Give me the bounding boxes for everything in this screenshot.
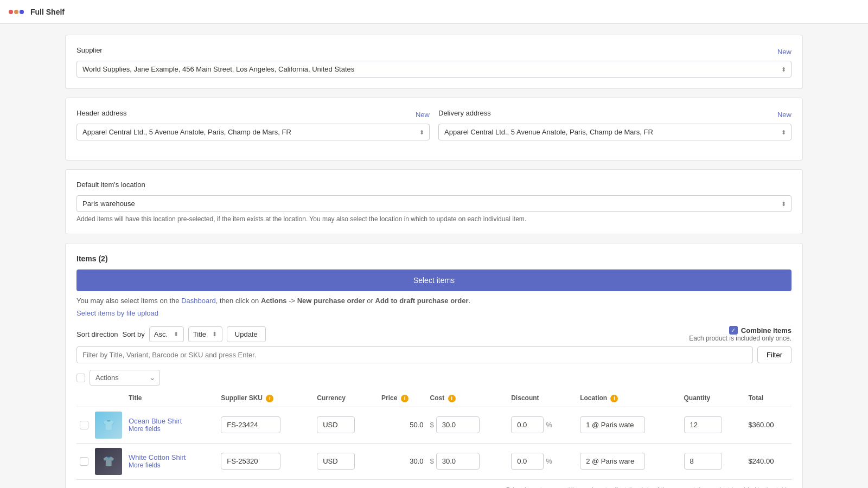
row-cost-cell: $	[427, 443, 508, 479]
logo-dot-1	[9, 10, 13, 14]
delivery-address-select[interactable]: Apparel Central Ltd., 5 Avenue Anatole, …	[438, 124, 792, 140]
cost-input[interactable]	[436, 453, 480, 470]
delivery-address-select-wrapper: Apparel Central Ltd., 5 Avenue Anatole, …	[438, 124, 792, 140]
row-total-cell: $240.00	[745, 443, 792, 479]
supplier-sku-input[interactable]	[221, 453, 280, 470]
col-discount: Discount	[508, 390, 577, 407]
pct-suffix: %	[546, 457, 552, 465]
col-currency: Currency	[314, 390, 378, 407]
row-price-cell: 50.0	[378, 407, 426, 443]
sort-direction-label: Sort direction	[76, 330, 118, 338]
quantity-input[interactable]	[684, 416, 722, 433]
location-info-icon: i	[610, 395, 618, 402]
delivery-address-new-link[interactable]: New	[777, 111, 792, 119]
supplier-select[interactable]: World Supplies, Jane Example, 456 Main S…	[76, 61, 792, 78]
table-header: Title Supplier SKU i Currency Price i Co	[76, 390, 792, 407]
total-amount: $360.00	[748, 421, 774, 429]
location-label: Default item's location	[76, 181, 145, 189]
table-row: 👕 Ocean Blue Shirt More fields 50.0 $ %	[76, 407, 792, 443]
supplier-sku-input[interactable]	[221, 416, 280, 433]
dashboard-link[interactable]: Dashboard	[181, 297, 216, 305]
combine-checkbox[interactable]	[729, 326, 738, 335]
header-address-label: Header address	[76, 109, 127, 117]
cost-input[interactable]	[436, 416, 480, 433]
sort-direction-select[interactable]: Asc.	[149, 326, 184, 342]
logo-icon	[9, 10, 24, 14]
actions-row: Actions	[76, 370, 792, 386]
more-fields-link[interactable]: More fields	[129, 425, 214, 433]
file-upload-link[interactable]: Select items by file upload	[76, 309, 158, 317]
product-name[interactable]: White Cotton Shirt	[129, 453, 214, 461]
row-sku-cell	[218, 407, 314, 443]
info-text-3: ->	[287, 297, 297, 305]
sort-by-label: Sort by	[123, 330, 145, 338]
filter-button[interactable]: Filter	[757, 346, 792, 363]
header-address-select[interactable]: Apparel Central Ltd., 5 Avenue Anatole, …	[76, 124, 430, 140]
location-input[interactable]	[580, 453, 645, 470]
row-checkbox-cell	[76, 407, 92, 443]
supplier-label: Supplier	[76, 46, 103, 54]
col-price: Price i	[378, 390, 426, 407]
row-cost-cell: $	[427, 407, 508, 443]
more-fields-link[interactable]: More fields	[129, 461, 214, 469]
col-quantity: Quantity	[681, 390, 745, 407]
select-all-checkbox[interactable]	[76, 374, 85, 382]
address-section: Header address New Apparel Central Ltd.,…	[65, 98, 803, 160]
price-value: 50.0	[410, 421, 423, 429]
discount-cell: %	[511, 453, 573, 470]
combine-label: Combine items	[741, 326, 792, 335]
location-select-wrapper: Paris warehouse	[76, 195, 792, 212]
product-name[interactable]: Ocean Blue Shirt	[129, 417, 214, 425]
col-total: Total	[745, 390, 792, 407]
header-address-new-link[interactable]: New	[416, 111, 430, 119]
info-bold-2: New purchase order	[297, 297, 365, 305]
info-bold-1: Actions	[261, 297, 287, 305]
col-title: Title	[125, 390, 218, 407]
table-footnote: Price, inventory quantities and cost ref…	[76, 486, 792, 489]
row-quantity-cell	[681, 407, 745, 443]
info-text-2: , then click on	[216, 297, 261, 305]
row-discount-cell: %	[508, 407, 577, 443]
items-section: Items (2) Select items You may also sele…	[65, 243, 803, 488]
discount-input[interactable]	[511, 416, 544, 433]
price-value: 30.0	[410, 457, 423, 465]
combine-col: Combine items Each product is included o…	[689, 326, 792, 342]
row-name-cell: White Cotton Shirt More fields	[125, 443, 218, 479]
row-checkbox[interactable]	[80, 457, 88, 466]
row-discount-cell: %	[508, 443, 577, 479]
location-input[interactable]	[580, 416, 645, 433]
select-items-button[interactable]: Select items	[76, 269, 792, 291]
quantity-input[interactable]	[684, 453, 722, 470]
supplier-select-wrapper: World Supplies, Jane Example, 456 Main S…	[76, 61, 792, 78]
row-checkbox-cell	[76, 443, 92, 479]
row-checkbox[interactable]	[80, 421, 88, 429]
cost-info-icon: i	[448, 395, 456, 402]
page-title: Full Shelf	[30, 8, 65, 16]
currency-input[interactable]	[317, 453, 355, 470]
logo: Full Shelf	[9, 8, 65, 16]
sort-by-select[interactable]: Title	[188, 326, 222, 342]
row-img-cell: 👕	[92, 407, 125, 443]
price-info-icon: i	[401, 395, 409, 402]
supplier-new-link[interactable]: New	[777, 48, 792, 56]
header-address-group: Header address New Apparel Central Ltd.,…	[76, 109, 430, 140]
info-text-1: You may also select items on the	[76, 297, 181, 305]
location-select[interactable]: Paris warehouse	[76, 195, 792, 212]
actions-select[interactable]: Actions	[90, 370, 160, 386]
items-info-text: You may also select items on the Dashboa…	[76, 297, 792, 305]
product-image: 👕	[95, 448, 122, 475]
supplier-sku-info-icon: i	[266, 395, 273, 402]
actions-select-wrapper: Actions	[90, 370, 160, 386]
table-row: 👕 White Cotton Shirt More fields 30.0 $ …	[76, 443, 792, 479]
location-section: Default item's location Paris warehouse …	[65, 169, 803, 234]
discount-input[interactable]	[511, 453, 544, 470]
items-title: Items (2)	[76, 254, 792, 263]
update-button[interactable]: Update	[227, 326, 266, 342]
cost-prefix: $	[430, 421, 434, 429]
discount-cell: %	[511, 416, 573, 433]
filter-input[interactable]	[76, 346, 753, 363]
currency-input[interactable]	[317, 416, 355, 433]
row-quantity-cell	[681, 443, 745, 479]
pct-suffix: %	[546, 421, 552, 429]
location-hint: Added items will have this location pre-…	[76, 215, 792, 223]
